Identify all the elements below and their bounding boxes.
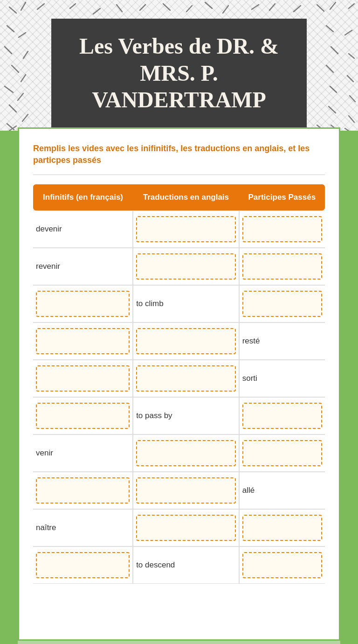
blank-infinitif[interactable]	[36, 403, 130, 429]
svg-line-18	[18, 93, 23, 100]
blank-participe[interactable]	[242, 552, 322, 578]
blank-traduction[interactable]	[136, 440, 236, 466]
blank-infinitif[interactable]	[36, 552, 130, 578]
cell-traduction[interactable]	[133, 434, 239, 472]
svg-line-14	[23, 51, 28, 58]
blank-participe[interactable]	[242, 253, 322, 280]
cell-traduction: to climb	[133, 285, 239, 322]
svg-line-38	[186, 6, 192, 12]
svg-line-33	[70, 4, 76, 8]
svg-line-27	[347, 76, 353, 82]
svg-line-2	[37, 4, 44, 9]
svg-line-23	[345, 30, 352, 35]
cell-participe[interactable]	[239, 546, 325, 584]
svg-line-35	[117, 5, 122, 12]
table-row: naître	[33, 509, 325, 546]
cell-infinitif[interactable]	[33, 322, 133, 360]
svg-line-6	[294, 6, 301, 12]
table-row: allé	[33, 472, 325, 509]
cell-infinitif[interactable]	[33, 285, 133, 322]
cell-participe[interactable]	[239, 285, 325, 322]
blank-infinitif[interactable]	[36, 477, 130, 504]
svg-line-37	[163, 4, 170, 10]
blank-traduction[interactable]	[136, 328, 236, 354]
table-row: resté	[33, 322, 325, 360]
cell-infinitif: devenir	[33, 210, 133, 248]
svg-line-22	[326, 26, 333, 32]
col-header-infinitif: Infinitifs (en français)	[33, 184, 133, 210]
svg-line-5	[349, 4, 354, 8]
svg-line-4	[330, 2, 336, 9]
cell-traduction[interactable]	[133, 210, 239, 248]
svg-line-24	[331, 47, 338, 54]
blank-infinitif[interactable]	[36, 365, 130, 392]
cell-participe[interactable]	[239, 210, 325, 248]
blank-traduction[interactable]	[136, 365, 236, 392]
cell-participe[interactable]	[239, 509, 325, 546]
cell-traduction[interactable]	[133, 322, 239, 360]
cell-infinitif[interactable]	[33, 360, 133, 397]
svg-line-17	[5, 86, 13, 92]
svg-line-29	[350, 96, 355, 102]
cell-traduction[interactable]	[133, 472, 239, 509]
table-row: devenir	[33, 210, 325, 248]
svg-line-1	[21, 2, 26, 10]
blank-participe[interactable]	[242, 440, 322, 466]
svg-line-36	[140, 5, 145, 10]
cell-traduction[interactable]	[133, 248, 239, 285]
svg-line-9	[223, 6, 228, 13]
cell-participe[interactable]	[239, 248, 325, 285]
main-card: Remplis les vides avec les inifinitifs, …	[18, 127, 340, 641]
cell-participe[interactable]	[239, 434, 325, 472]
table-row: revenir	[33, 248, 325, 285]
title-box: Les Verbes de DR. & MRS. P. VANDERTRAMP	[51, 19, 307, 127]
svg-line-30	[329, 106, 336, 113]
blank-participe[interactable]	[242, 291, 322, 317]
table-row: sorti	[33, 360, 325, 397]
svg-line-3	[317, 5, 324, 11]
cell-participe: sorti	[239, 360, 325, 397]
svg-line-15	[12, 65, 19, 72]
col-header-traduction: Traductions en anglais	[133, 184, 239, 210]
svg-line-25	[349, 54, 354, 58]
cell-participe: allé	[239, 472, 325, 509]
green-bar-left	[0, 131, 18, 644]
blank-infinitif[interactable]	[36, 291, 130, 317]
blank-traduction[interactable]	[136, 515, 236, 541]
svg-line-0	[9, 7, 16, 13]
cell-infinitif[interactable]	[33, 472, 133, 509]
svg-line-10	[205, 2, 212, 8]
svg-line-34	[93, 8, 100, 14]
cell-infinitif[interactable]	[33, 397, 133, 434]
cell-infinitif: revenir	[33, 248, 133, 285]
blank-participe[interactable]	[242, 216, 322, 242]
cell-traduction[interactable]	[133, 509, 239, 546]
svg-line-16	[21, 75, 26, 82]
cell-infinitif: naître	[33, 509, 133, 546]
cell-traduction: to pass by	[133, 397, 239, 434]
blank-participe[interactable]	[242, 515, 322, 541]
table-row: venir	[33, 434, 325, 472]
blank-traduction[interactable]	[136, 253, 236, 280]
svg-line-7	[269, 4, 275, 10]
blank-traduction[interactable]	[136, 477, 236, 504]
svg-line-19	[9, 105, 16, 112]
verb-table: Infinitifs (en français) Traductions en …	[33, 184, 325, 584]
svg-line-26	[326, 65, 333, 72]
divider	[33, 175, 325, 175]
blank-participe[interactable]	[242, 403, 322, 429]
blank-infinitif[interactable]	[36, 328, 130, 354]
table-row: to climb	[33, 285, 325, 322]
cell-infinitif[interactable]	[33, 546, 133, 584]
svg-line-8	[252, 5, 259, 9]
svg-line-20	[22, 114, 28, 121]
svg-line-12	[19, 33, 26, 37]
cell-traduction[interactable]	[133, 360, 239, 397]
blank-traduction[interactable]	[136, 216, 236, 242]
cell-participe[interactable]	[239, 397, 325, 434]
green-bar-right	[340, 131, 358, 644]
table-row: to descend	[33, 546, 325, 584]
cell-traduction: to descend	[133, 546, 239, 584]
table-row: to pass by	[33, 397, 325, 434]
svg-line-31	[349, 116, 354, 122]
